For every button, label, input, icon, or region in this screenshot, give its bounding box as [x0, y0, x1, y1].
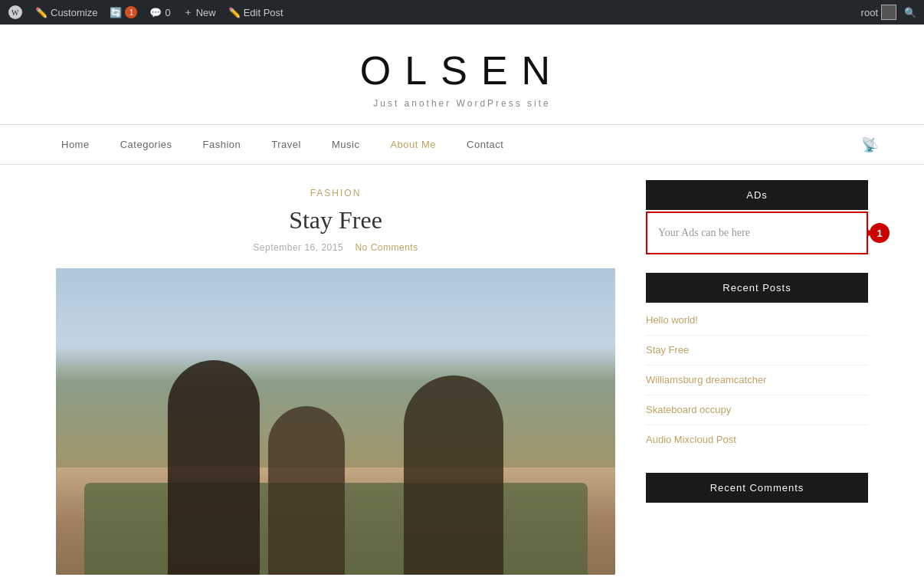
post-featured-image: [56, 268, 615, 575]
recent-post-link[interactable]: Audio Mixcloud Post: [646, 434, 736, 445]
list-item: Williamsburg dreamcatcher: [646, 366, 868, 395]
nav-travel[interactable]: Travel: [256, 125, 316, 164]
search-button[interactable]: 🔍: [904, 7, 916, 18]
admin-bar-left: W ✏️ Customize 🔄 1 💬 0 ＋ New ✏️ Edit Pos…: [8, 5, 861, 20]
nav-home[interactable]: Home: [46, 125, 105, 164]
admin-bar-right: root 🔍: [861, 5, 916, 20]
updates-icon: 🔄: [110, 7, 122, 18]
recent-posts-title: Recent Posts: [646, 273, 868, 303]
list-item: Stay Free: [646, 336, 868, 366]
recent-comments-title: Recent Comments: [646, 473, 868, 503]
admin-bar: W ✏️ Customize 🔄 1 💬 0 ＋ New ✏️ Edit Pos…: [0, 0, 924, 25]
customize-button[interactable]: ✏️ Customize: [35, 7, 97, 18]
ads-placeholder-text: Your Ads can be here: [658, 227, 750, 238]
search-icon: 🔍: [904, 7, 916, 18]
customize-icon: ✏️: [35, 7, 48, 18]
user-avatar: [881, 5, 896, 20]
user-display[interactable]: root: [861, 5, 896, 20]
content-wrapper: Fashion Stay Free September 16, 2015 No …: [10, 165, 914, 587]
site-tagline: Just another WordPress site: [0, 98, 924, 109]
nav-fashion[interactable]: Fashion: [188, 125, 257, 164]
edit-post-label: Edit Post: [244, 7, 283, 18]
updates-badge: 1: [125, 6, 137, 18]
nav-contact[interactable]: Contact: [451, 125, 519, 164]
post-date: September 16, 2015: [253, 242, 343, 253]
main-content: Fashion Stay Free September 16, 2015 No …: [56, 180, 646, 575]
customize-label: Customize: [51, 7, 97, 18]
list-item: Skateboard occupy: [646, 395, 868, 425]
list-item: Hello world!: [646, 306, 868, 336]
username: root: [861, 7, 878, 18]
list-item: Audio Mixcloud Post: [646, 425, 868, 454]
ads-widget-title: ADs: [646, 180, 868, 210]
recent-comments-widget: Recent Comments: [646, 473, 868, 503]
new-button[interactable]: ＋ New: [183, 5, 216, 19]
main-nav: Home Categories Fashion Travel Music Abo…: [0, 125, 924, 165]
updates-button[interactable]: 🔄 1: [110, 6, 137, 18]
recent-posts-widget: Recent Posts Hello world! Stay Free Will…: [646, 273, 868, 454]
nav-about-me[interactable]: About Me: [375, 125, 451, 164]
annotation-badge: 1: [870, 223, 890, 243]
new-label: New: [196, 7, 216, 18]
nav-music[interactable]: Music: [316, 125, 375, 164]
nav-categories[interactable]: Categories: [105, 125, 188, 164]
edit-post-button[interactable]: ✏️ Edit Post: [228, 7, 283, 18]
nav-links: Home Categories Fashion Travel Music Abo…: [46, 125, 519, 164]
rss-icon[interactable]: 📡: [861, 136, 878, 153]
comments-icon: 💬: [149, 7, 162, 18]
site-header: OLSEN Just another WordPress site: [0, 25, 924, 125]
new-icon: ＋: [183, 5, 193, 19]
figure-right: [404, 375, 503, 575]
recent-post-link[interactable]: Stay Free: [646, 344, 689, 356]
post-title: Stay Free: [56, 206, 615, 234]
recent-posts-list: Hello world! Stay Free Williamsburg drea…: [646, 306, 868, 454]
ads-box: Your Ads can be here 1: [646, 212, 868, 254]
svg-text:W: W: [11, 8, 19, 17]
post-comments-link[interactable]: No Comments: [355, 242, 418, 253]
figure-center: [268, 406, 345, 575]
post-category[interactable]: Fashion: [56, 188, 615, 198]
wordpress-icon: W: [8, 5, 23, 20]
recent-post-link[interactable]: Hello world!: [646, 314, 698, 326]
ads-widget: ADs Your Ads can be here 1: [646, 180, 868, 254]
figure-left: [168, 360, 260, 575]
edit-icon: ✏️: [228, 7, 241, 18]
sidebar: ADs Your Ads can be here 1 Recent Posts …: [646, 180, 868, 575]
post-meta: September 16, 2015 No Comments: [56, 242, 615, 253]
comments-count: 0: [165, 7, 170, 18]
recent-post-link[interactable]: Skateboard occupy: [646, 404, 731, 415]
comments-button[interactable]: 💬 0: [149, 7, 170, 18]
site-title[interactable]: OLSEN: [0, 48, 924, 93]
wp-logo[interactable]: W: [8, 5, 23, 20]
recent-post-link[interactable]: Williamsburg dreamcatcher: [646, 374, 767, 385]
